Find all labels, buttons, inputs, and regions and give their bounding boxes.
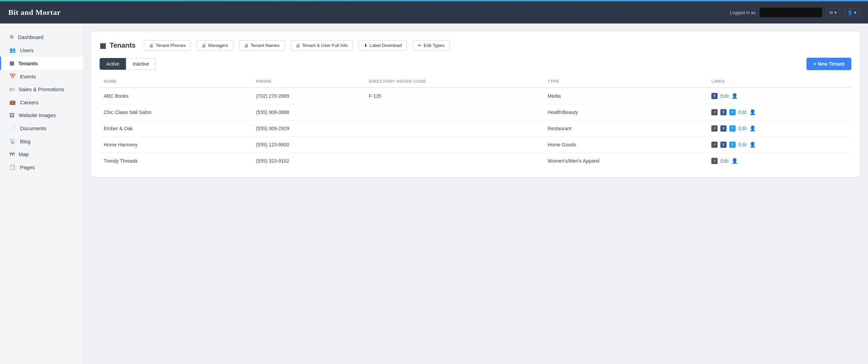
- sidebar-item-events[interactable]: 📅 Events: [0, 70, 83, 83]
- blog-icon: 📡: [9, 138, 16, 144]
- sidebar-label-images: Website Images: [19, 112, 56, 118]
- tenants-table: NAME PHONE DIRECTORY HOVER CODE TYPE LIN…: [100, 76, 851, 169]
- sidebar: ⚙ Dashboard 👥 Users ▦ Tenants 📅 Events 🏷…: [0, 23, 83, 364]
- sidebar-label-tenants: Tenants: [18, 60, 38, 66]
- sidebar-item-users[interactable]: 👥 Users: [0, 44, 83, 57]
- sidebar-item-map[interactable]: 🗺 Map: [0, 148, 83, 161]
- username-bar: [760, 8, 822, 17]
- tenant-links: ↗ft Edit 👤: [707, 137, 851, 153]
- col-directory-hover-code: DIRECTORY HOVER CODE: [365, 76, 544, 88]
- active-toggle[interactable]: Active: [100, 58, 126, 70]
- user-menu-button[interactable]: 👤 ▾: [844, 8, 860, 17]
- mail-chevron: ▾: [834, 10, 837, 15]
- print-icon-1: 🖨: [149, 43, 154, 48]
- sidebar-item-website-images[interactable]: 🖼 Website Images: [0, 109, 83, 122]
- table-row: Chic Claws Nail Salon (555) 909-0888 Hea…: [100, 104, 851, 121]
- tenant-phones-label: Tenant Phones: [156, 43, 186, 48]
- navbar-right: Logged in as ✉ ▾ 👤 ▾: [730, 8, 860, 17]
- map-icon: 🗺: [9, 151, 15, 157]
- tenant-type: Media: [544, 88, 707, 104]
- sidebar-item-tenants[interactable]: ▦ Tenants: [0, 57, 83, 70]
- edit-icon: ✏: [418, 43, 422, 48]
- table-row: Trendy Threads (555) 323-9102 Women's/Me…: [100, 153, 851, 169]
- tenant-type: Health/Beauty: [544, 104, 707, 121]
- sidebar-item-dashboard[interactable]: ⚙ Dashboard: [0, 30, 83, 44]
- sidebar-item-careers[interactable]: 💼 Careers: [0, 96, 83, 109]
- tenant-names-label: Tenant Names: [251, 43, 280, 48]
- label-download-button[interactable]: ⬇ Label Download: [359, 40, 407, 51]
- tenant-name: Chic Claws Nail Salon: [100, 104, 252, 121]
- table-row: Ember & Oak (555) 009-2929 Restaurant ↗f…: [100, 121, 851, 137]
- sidebar-label-sales: Sales & Promotions: [19, 86, 64, 92]
- users-icon: 👥: [9, 47, 16, 53]
- navbar: Bit and Mortar Logged in as ✉ ▾ 👤 ▾: [0, 1, 868, 23]
- careers-icon: 💼: [9, 99, 16, 105]
- table-body: ABC Books (702) 270-2889 F-135 Media f E…: [100, 88, 851, 169]
- events-icon: 📅: [9, 73, 16, 79]
- sidebar-item-sales-promotions[interactable]: 🏷 Sales & Promotions: [0, 83, 83, 96]
- edit-link[interactable]: Edit: [738, 126, 747, 131]
- sidebar-item-blog[interactable]: 📡 Blog: [0, 135, 83, 148]
- sidebar-item-pages[interactable]: 📋 Pages: [0, 161, 83, 174]
- edit-types-button[interactable]: ✏ Edit Types: [413, 40, 450, 51]
- sidebar-item-documents[interactable]: 📄 Documents: [0, 122, 83, 135]
- user-link-icon[interactable]: 👤: [731, 158, 738, 164]
- tenant-name: ABC Books: [100, 88, 252, 104]
- sidebar-label-careers: Careers: [20, 99, 38, 105]
- user-link-icon[interactable]: 👤: [731, 93, 738, 99]
- tenant-links: ↗ Edit 👤: [707, 153, 851, 169]
- managers-label: Managers: [208, 43, 228, 48]
- card-header: ▦ Tenants 🖨 Tenant Phones 🖨 Managers 🖨 T…: [100, 40, 851, 51]
- sales-icon: 🏷: [9, 86, 15, 92]
- sidebar-label-blog: Blog: [20, 138, 30, 144]
- edit-types-label: Edit Types: [424, 43, 444, 48]
- managers-button[interactable]: 🖨 Managers: [196, 40, 233, 51]
- tenant-links: ↗ft Edit 👤: [707, 104, 851, 121]
- sidebar-label-users: Users: [20, 47, 34, 53]
- user-avatar-icon: 👤: [847, 10, 853, 15]
- documents-icon: 📄: [9, 125, 16, 131]
- tenant-phones-button[interactable]: 🖨 Tenant Phones: [144, 40, 191, 51]
- tenant-user-full-info-button[interactable]: 🖨 Tenant & User Full Info: [290, 40, 353, 51]
- user-link-icon[interactable]: 👤: [749, 142, 756, 148]
- label-download-label: Label Download: [370, 43, 402, 48]
- tenant-type: Home Goods: [544, 137, 707, 153]
- edit-link[interactable]: Edit: [738, 142, 747, 147]
- tenant-phone: (555) 123-9930: [252, 137, 364, 153]
- edit-link[interactable]: Edit: [738, 109, 747, 115]
- tenant-phone: (555) 323-9102: [252, 153, 364, 169]
- user-link-icon[interactable]: 👤: [749, 109, 756, 115]
- tenant-directory-code: [365, 121, 544, 137]
- brand-title: Bit and Mortar: [8, 8, 61, 17]
- sidebar-label-dashboard: Dashboard: [18, 34, 43, 40]
- card-title: ▦ Tenants: [100, 41, 136, 50]
- layout: ⚙ Dashboard 👥 Users ▦ Tenants 📅 Events 🏷…: [0, 23, 868, 364]
- tenant-directory-code: [365, 104, 544, 121]
- page-title: Tenants: [110, 41, 136, 49]
- tenant-user-full-info-label: Tenant & User Full Info: [302, 43, 348, 48]
- tenant-links: ↗ft Edit 👤: [707, 121, 851, 137]
- tenant-name: Home Harmony: [100, 137, 252, 153]
- print-icon-3: 🖨: [244, 43, 249, 48]
- images-icon: 🖼: [9, 112, 15, 118]
- main-content: ▦ Tenants 🖨 Tenant Phones 🖨 Managers 🖨 T…: [83, 23, 868, 364]
- tenant-type: Women's/Men's Apparel: [544, 153, 707, 169]
- tenant-directory-code: [365, 153, 544, 169]
- tenant-names-button[interactable]: 🖨 Tenant Names: [239, 40, 285, 51]
- dashboard-icon: ⚙: [9, 34, 14, 40]
- user-link-icon[interactable]: 👤: [749, 125, 756, 132]
- new-tenant-button[interactable]: + New Tenant: [806, 58, 851, 70]
- toggle-bar: Active Inactive + New Tenant: [100, 58, 851, 70]
- tenant-links: f Edit 👤: [707, 88, 851, 104]
- table-header: NAME PHONE DIRECTORY HOVER CODE TYPE LIN…: [100, 76, 851, 88]
- sidebar-label-map: Map: [19, 151, 29, 157]
- table-row: Home Harmony (555) 123-9930 Home Goods ↗…: [100, 137, 851, 153]
- inactive-toggle[interactable]: Inactive: [126, 58, 156, 70]
- sidebar-label-pages: Pages: [20, 164, 35, 170]
- tenant-name: Trendy Threads: [100, 153, 252, 169]
- tenants-card: ▦ Tenants 🖨 Tenant Phones 🖨 Managers 🖨 T…: [91, 32, 860, 177]
- edit-link[interactable]: Edit: [720, 158, 729, 164]
- mail-button[interactable]: ✉ ▾: [826, 8, 840, 17]
- download-icon: ⬇: [364, 43, 368, 48]
- edit-link[interactable]: Edit: [720, 93, 729, 99]
